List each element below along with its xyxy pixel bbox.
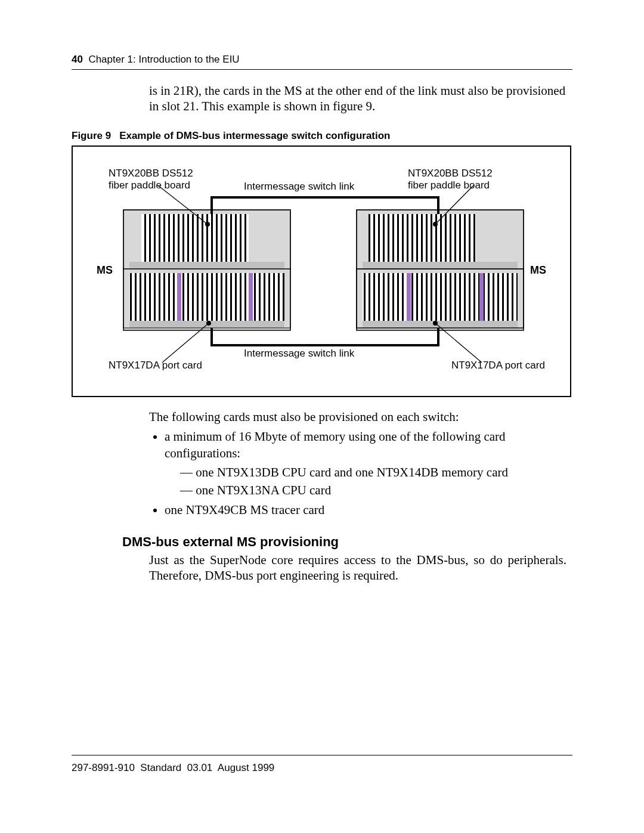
footer-docnum: 297-8991-910 [72, 762, 135, 773]
paragraph: The following cards must also be provisi… [149, 409, 566, 425]
svg-rect-18 [407, 273, 411, 321]
running-header: 40 Chapter 1: Introduction to the EIU [72, 54, 572, 66]
svg-rect-4 [141, 214, 249, 262]
bullet-list: a minimum of 16 Mbyte of memory using on… [149, 428, 566, 519]
footer-rule [72, 755, 572, 755]
dash-list: one NT9X13DB CPU card and one NT9X14DB m… [165, 464, 566, 499]
label-fiber-left-1: NT9X20BB DS512 [109, 168, 193, 179]
footer-status: Standard [140, 762, 181, 773]
header-rule [72, 69, 572, 70]
svg-point-23 [205, 222, 210, 227]
figure-title: Example of DMS-bus intermessage switch c… [119, 130, 390, 141]
figure-caption: Figure 9Example of DMS-bus intermessage … [72, 130, 572, 142]
paragraph: is in 21R), the cards in the MS at the o… [149, 83, 566, 114]
svg-point-27 [206, 321, 211, 326]
paragraph: Just as the SuperNode core requires acce… [149, 552, 566, 584]
figure-label: Figure 9 [72, 130, 111, 141]
section-heading: DMS-bus external MS provisioning [122, 534, 572, 550]
label-fiber-right-2: fiber paddle board [408, 179, 490, 191]
svg-rect-9 [249, 273, 253, 321]
footer-date: August 1999 [218, 762, 274, 773]
list-item: one NT9X13NA CPU card [180, 482, 566, 499]
footer: 297-8991-910 Standard 03.01 August 1999 [72, 762, 274, 774]
list-item: a minimum of 16 Mbyte of memory using on… [165, 428, 566, 499]
svg-rect-8 [177, 273, 181, 321]
chapter-title: Chapter 1: Introduction to the EIU [88, 54, 239, 65]
svg-point-25 [433, 222, 438, 227]
figure-9: NT9X20BB DS512 fiber paddle board NT9X20… [72, 145, 571, 397]
label-port-right: NT9X17DA port card [451, 360, 545, 371]
label-fiber-left-2: fiber paddle board [109, 179, 190, 191]
svg-rect-13 [363, 262, 518, 269]
svg-rect-14 [369, 214, 476, 262]
label-port-left: NT9X17DA port card [109, 360, 202, 371]
footer-version: 03.01 [187, 762, 213, 773]
page-number: 40 [72, 54, 83, 65]
label-ims-top: Intermessage switch link [244, 181, 355, 192]
svg-rect-19 [479, 273, 484, 321]
list-item: one NT9X49CB MS tracer card [165, 501, 566, 518]
svg-point-29 [433, 321, 438, 326]
svg-rect-17 [363, 273, 518, 321]
label-fiber-right-1: NT9X20BB DS512 [408, 168, 493, 179]
label-ims-bottom: Intermessage switch link [244, 348, 355, 359]
list-item: one NT9X13DB CPU card and one NT9X14DB m… [180, 464, 566, 481]
label-ms-left: MS [97, 264, 113, 276]
svg-rect-3 [129, 262, 284, 269]
label-ms-right: MS [530, 264, 546, 276]
svg-rect-7 [129, 273, 284, 321]
